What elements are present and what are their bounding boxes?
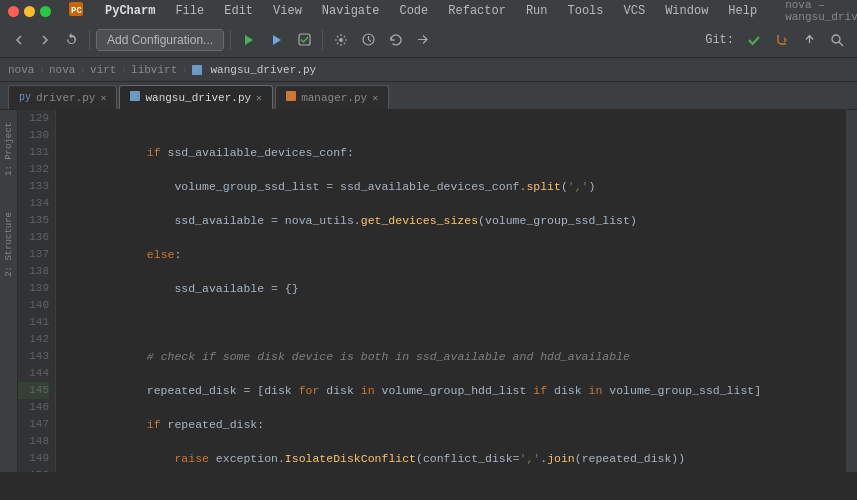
debug-button[interactable] (265, 30, 289, 50)
menu-item-code[interactable]: Code (395, 4, 432, 18)
right-sidebar[interactable] (845, 110, 857, 472)
tab-close-driver[interactable]: ✕ (100, 92, 106, 104)
menu-item-file[interactable]: File (171, 4, 208, 18)
git-checkmark-button[interactable] (742, 30, 766, 50)
search-button[interactable] (825, 30, 849, 50)
separator (89, 30, 90, 50)
code-area[interactable]: if ssd_available_devices_conf: volume_gr… (56, 110, 845, 472)
git-merge-button[interactable] (770, 30, 794, 50)
menu-item-window[interactable]: Window (661, 4, 712, 18)
project-panel-tab[interactable]: 1: Project (2, 114, 16, 184)
run-button[interactable] (237, 30, 261, 50)
coverage-button[interactable] (293, 30, 316, 49)
back-button[interactable] (8, 31, 30, 49)
tab-driver-py[interactable]: py driver.py ✕ (8, 85, 117, 109)
tab-manager-py[interactable]: manager.py ✕ (275, 85, 389, 109)
svg-rect-4 (299, 34, 310, 45)
breadcrumb-virt[interactable]: virt (90, 64, 116, 76)
settings-button[interactable] (329, 30, 353, 50)
add-configuration-button[interactable]: Add Configuration... (96, 29, 224, 51)
git-label: Git: (705, 33, 734, 47)
git-update-button[interactable] (357, 30, 380, 49)
menu-item-help[interactable]: Help (724, 4, 761, 18)
minimize-button[interactable] (24, 6, 35, 17)
line-numbers: 129 130 131 132 133 134 135 136 137 138 … (18, 110, 56, 472)
undo-button[interactable] (384, 30, 407, 49)
tab-wangsu-driver-py[interactable]: wangsu_driver.py ✕ (119, 85, 273, 109)
separator3 (322, 30, 323, 50)
svg-line-8 (839, 42, 843, 46)
breadcrumb: nova › nova › virt › libvirt › wangsu_dr… (0, 58, 857, 82)
svg-point-7 (832, 35, 840, 43)
svg-rect-10 (130, 91, 140, 101)
left-panel: 1: Project 2: Structure (0, 110, 18, 472)
svg-marker-3 (273, 35, 281, 45)
traffic-lights (8, 6, 51, 17)
menu-item-run[interactable]: Run (522, 4, 552, 18)
svg-point-5 (339, 38, 343, 42)
app-icon: PC (69, 2, 83, 20)
menu-item-navigate[interactable]: Navigate (318, 4, 384, 18)
breadcrumb-libvirt[interactable]: libvirt (131, 64, 177, 76)
breadcrumb-nova1[interactable]: nova (8, 64, 34, 76)
editor-wrapper: 1: Project 2: Structure 129 130 131 132 … (0, 110, 857, 472)
svg-text:PC: PC (71, 6, 82, 16)
breadcrumb-nova2[interactable]: nova (49, 64, 75, 76)
tab-icon-wangsu (130, 91, 140, 104)
menu-bar: PC PyCharm File Edit View Navigate Code … (0, 0, 857, 22)
breadcrumb-file[interactable]: wangsu_driver.py (192, 64, 316, 76)
tab-icon-manager (286, 91, 296, 104)
tab-icon-driver-py: py (19, 92, 31, 103)
refresh-button[interactable] (60, 30, 83, 49)
menu-item-edit[interactable]: Edit (220, 4, 257, 18)
svg-rect-11 (286, 91, 296, 101)
menu-item-view[interactable]: View (269, 4, 306, 18)
menu-item-vcs[interactable]: VCS (620, 4, 650, 18)
close-button[interactable] (8, 6, 19, 17)
maximize-button[interactable] (40, 6, 51, 17)
menu-item-refactor[interactable]: Refactor (444, 4, 510, 18)
structure-panel-tab[interactable]: 2: Structure (2, 204, 16, 285)
svg-marker-2 (245, 35, 253, 45)
tab-close-wangsu[interactable]: ✕ (256, 92, 262, 104)
window-title: nova – wangsu_driver.py (785, 0, 857, 23)
separator2 (230, 30, 231, 50)
more-tools-button[interactable] (411, 30, 434, 49)
svg-rect-9 (192, 65, 202, 75)
tab-close-manager[interactable]: ✕ (372, 92, 378, 104)
menu-item-tools[interactable]: Tools (564, 4, 608, 18)
menu-item-pycharm[interactable]: PyCharm (101, 4, 159, 18)
tab-bar: py driver.py ✕ wangsu_driver.py ✕ manage… (0, 82, 857, 110)
forward-button[interactable] (34, 31, 56, 49)
git-push-button[interactable] (798, 30, 821, 49)
toolbar: Add Configuration... Git: (0, 22, 857, 58)
